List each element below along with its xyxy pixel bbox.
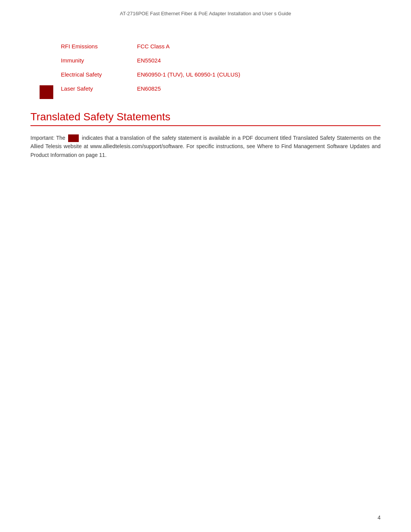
spec-row-electrical: Electrical Safety EN60950-1 (TUV), UL 60… [61,71,381,78]
laser-safety-icon [40,85,53,99]
spec-row-laser: Laser Safety EN60825 [61,85,381,92]
spec-label-rfi: RFI Emissions [61,43,137,50]
spec-label-immunity: Immunity [61,57,137,64]
section-body: Important: The indicates that a translat… [30,134,381,159]
safety-icon-placeholder [68,134,79,142]
spec-value-rfi: FCC Class A [137,43,170,50]
specs-table: RFI Emissions FCC Class A Immunity EN550… [61,43,381,92]
spec-label-electrical: Electrical Safety [61,71,137,78]
spec-value-electrical: EN60950-1 (TUV), UL 60950-1 (CULUS) [137,71,240,78]
spec-value-laser: EN60825 [137,85,161,92]
spec-row-rfi: RFI Emissions FCC Class A [61,43,381,50]
spec-row-immunity: Immunity EN55024 [61,57,381,64]
page-number: 4 [378,514,381,521]
section-body-part1: Important: The [30,135,65,141]
spec-label-laser: Laser Safety [61,85,137,92]
translated-safety-section: Translated Safety Statements Important: … [30,111,381,159]
section-title: Translated Safety Statements [30,111,381,126]
section-body-part2: indicates that a translation of the safe… [30,135,381,158]
page-header-title: AT-2716POE Fast Ethernet Fiber & PoE Ada… [120,11,291,16]
spec-value-immunity: EN55024 [137,57,161,64]
